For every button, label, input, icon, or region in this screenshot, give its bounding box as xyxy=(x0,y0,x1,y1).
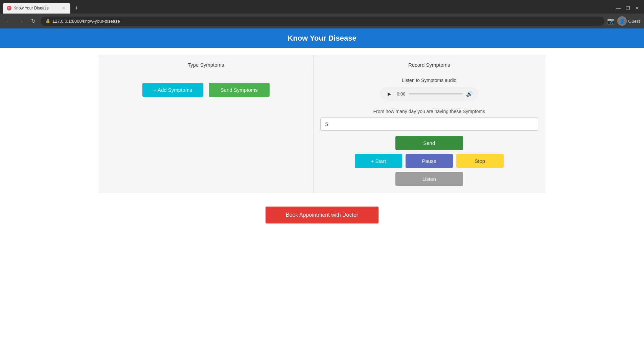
audio-progress-bar[interactable] xyxy=(409,93,463,94)
type-symptoms-panel: Type Symptoms + Add Symptoms Send Sympto… xyxy=(99,55,313,193)
window-controls: — ❐ ✕ xyxy=(614,4,641,12)
refresh-button[interactable]: ↻ xyxy=(28,16,38,26)
record-control-row: + Start Pause Stop xyxy=(355,154,504,168)
camera-icon[interactable]: 📷 xyxy=(607,17,615,25)
days-label: From how many day you are having these S… xyxy=(320,109,538,114)
send-symptoms-button[interactable]: Send Symptoms xyxy=(209,83,270,97)
lock-icon: 🔒 xyxy=(45,19,50,23)
back-button[interactable]: ← xyxy=(4,16,14,26)
audio-time: 0:00 xyxy=(397,91,405,97)
active-tab[interactable]: 🔍 Know Your Disease ✕ xyxy=(3,3,70,14)
record-symptoms-title: Record Symptoms xyxy=(320,62,538,72)
add-symptoms-button[interactable]: + Add Symptoms xyxy=(142,83,203,97)
days-input[interactable] xyxy=(320,117,538,131)
address-text: 127.0.0.1:8000/know-your-disease xyxy=(52,19,120,24)
type-symptoms-title: Type Symptoms xyxy=(106,62,306,72)
stop-button[interactable]: Stop xyxy=(456,154,504,168)
window-close-button[interactable]: ✕ xyxy=(633,4,641,12)
book-appointment-button[interactable]: Book Appointment with Doctor xyxy=(266,207,378,223)
start-button[interactable]: + Start xyxy=(355,154,402,168)
audio-volume-button[interactable]: 🔊 xyxy=(466,91,473,97)
profile-button[interactable]: 👤 Guest xyxy=(617,16,640,26)
tab-favicon: 🔍 xyxy=(7,6,12,10)
audio-player: ▶ 0:00 🔊 xyxy=(380,87,478,101)
tab-title: Know Your Disease xyxy=(14,6,59,10)
nav-bar: ← → ↻ 🔒 127.0.0.1:8000/know-your-disease… xyxy=(0,14,644,28)
record-symptoms-panel: Record Symptoms Listen to Symptoms audio… xyxy=(313,55,545,193)
send-button[interactable]: Send xyxy=(395,136,463,150)
record-buttons: Send + Start Pause Stop Listen xyxy=(320,136,538,186)
page-title: Know Your Disease xyxy=(5,34,639,43)
pause-button[interactable]: Pause xyxy=(406,154,453,168)
restore-button[interactable]: ❐ xyxy=(624,4,632,12)
listen-button[interactable]: Listen xyxy=(395,172,463,186)
page-header: Know Your Disease xyxy=(0,28,644,48)
nav-right: 📷 👤 Guest xyxy=(607,16,640,26)
main-content: Type Symptoms + Add Symptoms Send Sympto… xyxy=(0,48,644,230)
forward-button[interactable]: → xyxy=(16,16,26,26)
panels-row: Type Symptoms + Add Symptoms Send Sympto… xyxy=(99,55,545,193)
type-symptoms-buttons: + Add Symptoms Send Symptoms xyxy=(106,78,306,102)
page-content: Know Your Disease Type Symptoms + Add Sy… xyxy=(0,28,644,342)
avatar: 👤 xyxy=(617,16,627,26)
audio-section-label: Listen to Symptoms audio xyxy=(320,78,538,83)
new-tab-button[interactable]: + xyxy=(72,3,81,13)
minimize-button[interactable]: — xyxy=(614,4,622,12)
browser-chrome: 🔍 Know Your Disease ✕ + — ❐ ✕ ← → ↻ 🔒 12… xyxy=(0,0,644,28)
tab-bar: 🔍 Know Your Disease ✕ + — ❐ ✕ xyxy=(0,0,644,14)
address-bar[interactable]: 🔒 127.0.0.1:8000/know-your-disease xyxy=(41,17,604,26)
audio-play-button[interactable]: ▶ xyxy=(385,90,393,98)
tab-close-button[interactable]: ✕ xyxy=(61,5,66,11)
profile-label: Guest xyxy=(628,19,640,24)
